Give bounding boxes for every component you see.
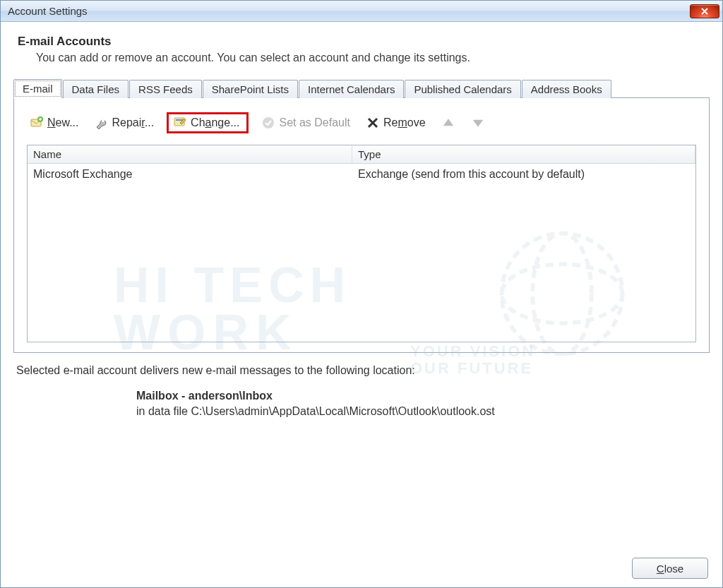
change-icon — [173, 116, 187, 130]
repair-icon — [94, 116, 108, 130]
close-button[interactable]: Close — [632, 558, 708, 579]
table-body: Microsoft Exchange Exchange (send from t… — [28, 164, 695, 342]
tab-rss-feeds[interactable]: RSS Feeds — [129, 80, 202, 98]
remove-label: Remove — [383, 116, 426, 129]
window-close-button[interactable] — [690, 4, 719, 18]
cell-account-name: Microsoft Exchange — [28, 164, 352, 185]
new-label: New... — [47, 116, 78, 129]
remove-x-icon — [366, 116, 380, 130]
accounts-toolbar: New... Repair... Change... — [27, 111, 696, 145]
table-header: Name Type — [28, 145, 695, 164]
close-icon — [700, 7, 709, 16]
move-up-button — [438, 114, 458, 131]
set-default-label: Set as Default — [279, 116, 350, 129]
repair-label: Repair... — [112, 116, 154, 129]
dialog-footer: Close — [13, 551, 710, 580]
svg-point-2 — [102, 119, 104, 122]
svg-rect-4 — [176, 119, 183, 121]
svg-point-5 — [263, 117, 274, 128]
tab-panel-email: New... Repair... Change... — [13, 98, 710, 353]
header-description: You can add or remove an account. You ca… — [18, 52, 710, 64]
set-default-button: Set as Default — [258, 114, 353, 131]
new-account-button[interactable]: New... — [27, 114, 81, 131]
column-header-type[interactable]: Type — [352, 145, 695, 163]
delivery-details: Mailbox - anderson\Inbox in data file C:… — [16, 390, 707, 418]
change-account-button[interactable]: Change... — [167, 112, 249, 133]
tab-internet-calendars[interactable]: Internet Calendars — [299, 80, 404, 98]
titlebar: Account Settings — [1, 1, 722, 22]
tab-sharepoint-lists[interactable]: SharePoint Lists — [203, 80, 298, 98]
accounts-table: Name Type Microsoft Exchange Exchange (s… — [27, 145, 696, 342]
header-block: E-mail Accounts You can add or remove an… — [13, 35, 710, 78]
cell-account-type: Exchange (send from this account by defa… — [352, 164, 695, 185]
delivery-intro: Selected e-mail account delivers new e-m… — [16, 364, 707, 377]
account-settings-window: Account Settings E-mail Accounts You can… — [0, 0, 723, 588]
content-area: E-mail Accounts You can add or remove an… — [1, 22, 722, 587]
remove-account-button[interactable]: Remove — [363, 114, 429, 131]
arrow-down-icon — [471, 116, 485, 130]
delivery-location-block: Selected e-mail account delivers new e-m… — [13, 353, 710, 418]
mail-new-icon — [30, 116, 44, 130]
repair-account-button[interactable]: Repair... — [91, 114, 157, 131]
window-title: Account Settings — [8, 5, 690, 17]
tab-strip: E-mail Data Files RSS Feeds SharePoint L… — [13, 78, 710, 98]
table-row[interactable]: Microsoft Exchange Exchange (send from t… — [28, 164, 695, 185]
column-header-name[interactable]: Name — [28, 145, 352, 163]
tab-published-calendars[interactable]: Published Calendars — [405, 80, 520, 98]
tab-address-books[interactable]: Address Books — [522, 80, 611, 98]
change-label: Change... — [191, 116, 239, 129]
check-circle-icon — [261, 116, 275, 130]
header-title: E-mail Accounts — [18, 35, 710, 49]
tab-email[interactable]: E-mail — [13, 79, 62, 98]
close-button-label: Close — [657, 563, 683, 575]
arrow-up-icon — [441, 116, 455, 130]
delivery-mailbox: Mailbox - anderson\Inbox — [136, 390, 707, 402]
move-down-button — [468, 114, 488, 131]
delivery-datafile: in data file C:\Users\admin\AppData\Loca… — [136, 405, 707, 418]
tab-data-files[interactable]: Data Files — [63, 80, 129, 98]
